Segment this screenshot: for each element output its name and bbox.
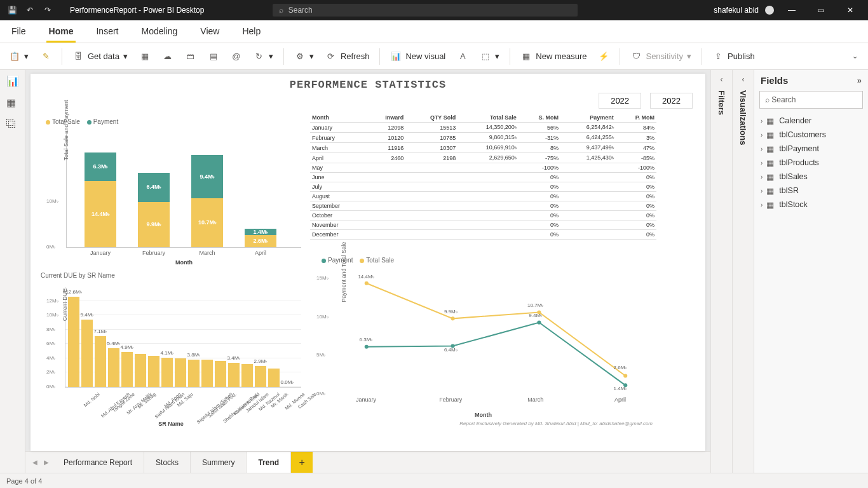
table-row[interactable]: July0%0% — [310, 182, 656, 192]
transform-button[interactable]: ⚙▾ — [290, 48, 318, 65]
publish-button[interactable]: ⇪Publish — [709, 48, 759, 65]
tab-prev-icon[interactable]: ◀ — [29, 452, 41, 473]
avatar[interactable] — [765, 6, 774, 15]
page-tab-trend[interactable]: Trend — [247, 452, 291, 473]
ribbon-expand-icon[interactable]: ⌄ — [852, 52, 863, 60]
menu-insert[interactable]: Insert — [93, 21, 121, 43]
datahub-button[interactable]: ☁ — [158, 48, 177, 65]
menu-help[interactable]: Help — [240, 21, 263, 43]
year-slicers: 2022 2022 — [599, 93, 693, 109]
visualizations-pane[interactable]: ‹ Visualizations — [732, 70, 754, 473]
field-table-tblcustomers[interactable]: ›▦tblCustomers — [759, 128, 863, 142]
menu-view[interactable]: View — [198, 21, 222, 43]
table-row[interactable]: June0%0% — [310, 173, 656, 182]
year-slicer-a[interactable]: 2022 — [599, 93, 641, 109]
close-button[interactable]: ✕ — [839, 0, 862, 20]
redo-icon[interactable]: ↷ — [43, 6, 52, 15]
quick-measure-button[interactable]: ⚡ — [594, 48, 613, 65]
report-view-icon[interactable]: 📊 — [6, 75, 19, 88]
credit-line: Report Exclusively Generated by Md. Shaf… — [459, 421, 653, 426]
svg-point-0 — [365, 345, 369, 349]
enterdata-button[interactable]: ▤ — [204, 48, 223, 65]
textbox-button[interactable]: A — [453, 48, 472, 65]
model-view-icon[interactable]: ⿻ — [6, 118, 19, 131]
page-indicator: Page 4 of 4 — [6, 477, 42, 485]
collapse-fields-icon[interactable]: » — [857, 76, 862, 85]
global-search[interactable]: ⌕ Search — [273, 4, 578, 17]
report-canvas[interactable]: PERFORMENCE STATISTICS 2022 2022 Total S… — [31, 74, 705, 451]
table-row[interactable]: December0%0% — [310, 230, 656, 240]
field-table-calender[interactable]: ›▦Calender — [759, 114, 863, 128]
svg-point-7 — [623, 374, 627, 377]
tab-next-icon[interactable]: ▶ — [41, 452, 52, 473]
line-chart[interactable]: Payment Total Sale Payment and Total Sal… — [310, 257, 656, 427]
save-icon[interactable]: 💾 — [8, 6, 17, 15]
paste-button[interactable]: 📋▾ — [5, 48, 32, 65]
data-view-icon[interactable]: ▦ — [6, 97, 19, 109]
field-table-tblsales[interactable]: ›▦tblSales — [759, 170, 863, 184]
svg-point-4 — [365, 281, 369, 285]
excel-button[interactable]: ▦ — [135, 48, 154, 65]
visualizations-label: Visualizations — [738, 90, 748, 145]
sensitivity-button[interactable]: 🛡Sensitivity ▾ — [627, 48, 695, 65]
stacked-bar-chart[interactable]: Total Sale Payment Total Sale and Paymen… — [38, 116, 304, 269]
stacked-x-label: Month — [67, 259, 301, 266]
field-table-tblsr[interactable]: ›▦tblSR — [759, 184, 863, 198]
window-title: PerformenceReport - Power BI Desktop — [70, 6, 204, 15]
chevron-left-icon: ‹ — [721, 75, 723, 84]
table-row[interactable]: September0%0% — [310, 201, 656, 211]
menu-modeling[interactable]: Modeling — [139, 21, 180, 43]
svg-point-5 — [451, 316, 455, 320]
line-legend: Payment Total Sale — [310, 257, 656, 264]
dataverse-button[interactable]: @ — [227, 48, 246, 65]
table-row[interactable]: April246021982,629,650৳-75%1,425,430৳-85… — [310, 153, 656, 163]
table-row[interactable]: March119161030710,669,910৳8%9,437,499৳47… — [310, 143, 656, 153]
table-row[interactable]: January120981551314,350,200৳56%6,254,842… — [310, 123, 656, 133]
filters-pane[interactable]: ‹ Filters — [710, 70, 732, 473]
view-rail: 📊 ▦ ⿻ — [0, 70, 25, 473]
title-bar: 💾 ↶ ↷ PerformenceReport - Power BI Deskt… — [0, 0, 868, 20]
page-tab-performance-report[interactable]: Performance Report — [52, 452, 144, 473]
undo-icon[interactable]: ↶ — [25, 6, 34, 15]
line-x-label: Month — [310, 412, 656, 418]
filters-label: Filters — [717, 90, 726, 115]
status-bar: Page 4 of 4 — [0, 473, 868, 488]
username-label: shafekul abid — [714, 6, 759, 15]
add-page-button[interactable]: + — [291, 452, 313, 473]
due-bar-chart[interactable]: Current DUE by SR Name Current DUE 0M৳2M… — [38, 272, 304, 427]
svg-point-2 — [537, 320, 541, 324]
fields-search[interactable]: ⌕ Search — [759, 91, 863, 109]
recent-button[interactable]: ↻▾ — [250, 48, 277, 65]
page-tab-summery[interactable]: Summery — [191, 452, 247, 473]
chevron-left-icon: ‹ — [742, 75, 745, 84]
sql-button[interactable]: 🗃 — [181, 48, 200, 65]
field-table-tblpayment[interactable]: ›▦tblPayment — [759, 142, 863, 156]
due-x-label: SR Name — [38, 421, 304, 427]
menu-home[interactable]: Home — [46, 21, 76, 43]
field-table-tblproducts[interactable]: ›▦tblProducts — [759, 156, 863, 170]
table-row[interactable]: November0%0% — [310, 220, 656, 230]
maximize-button[interactable]: ▭ — [810, 0, 832, 20]
page-tab-stocks[interactable]: Stocks — [144, 452, 191, 473]
new-measure-button[interactable]: ▦New measure — [517, 48, 590, 65]
fields-pane: Fields » ⌕ Search ›▦Calender›▦tblCustome… — [754, 70, 868, 473]
menu-file[interactable]: File — [9, 21, 29, 43]
table-row[interactable]: February10120107859,860,315৳-31%6,424,25… — [310, 133, 656, 143]
search-icon: ⌕ — [765, 95, 770, 104]
table-row[interactable]: October0%0% — [310, 211, 656, 220]
year-slicer-b[interactable]: 2022 — [650, 93, 693, 109]
more-visuals-button[interactable]: ⬚▾ — [476, 48, 503, 65]
field-table-tblstock[interactable]: ›▦tblStock — [759, 198, 863, 212]
page-tabs: ◀ ▶ Performance ReportStocksSummeryTrend… — [25, 451, 710, 473]
new-visual-button[interactable]: 📊New visual — [386, 48, 449, 65]
format-painter-button[interactable]: ✎ — [36, 48, 55, 65]
refresh-button[interactable]: ⟳Refresh — [322, 48, 374, 65]
table-row[interactable]: August0%0% — [310, 192, 656, 201]
monthly-table[interactable]: MonthInwardQTY SoldTotal SaleS. MoMPayme… — [310, 113, 656, 240]
stacked-y-label: Total Sale and Payment — [63, 100, 69, 160]
stacked-legend: Total Sale Payment — [41, 118, 118, 125]
search-placeholder: Search — [288, 6, 313, 15]
table-row[interactable]: May-100%-100% — [310, 163, 656, 173]
minimize-button[interactable]: — — [780, 0, 803, 20]
get-data-button[interactable]: 🗄Get data ▾ — [69, 48, 132, 65]
